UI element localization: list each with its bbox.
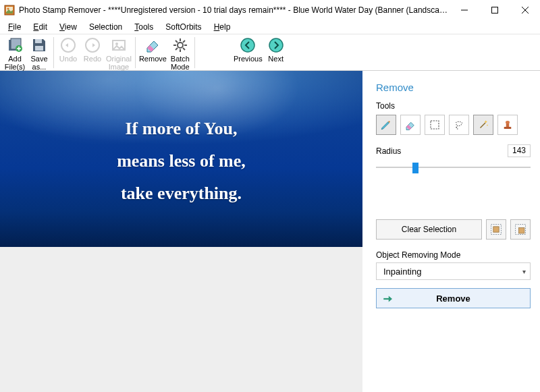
close-button[interactable] xyxy=(510,1,540,20)
eraser-icon xyxy=(144,37,161,53)
menu-tools[interactable]: Tools xyxy=(129,21,159,33)
menu-file[interactable]: File xyxy=(3,21,26,33)
svg-rect-32 xyxy=(506,123,510,127)
add-files-button[interactable]: Add File(s) xyxy=(3,36,27,71)
work-area: If more of You, means less of me, take e… xyxy=(0,71,540,392)
radius-slider[interactable] xyxy=(376,159,531,176)
save-as-button[interactable]: Save as... xyxy=(27,36,51,71)
arrow-right-icon xyxy=(382,293,394,307)
canvas-empty-area xyxy=(0,247,362,392)
svg-line-30 xyxy=(481,123,486,128)
svg-point-16 xyxy=(178,43,183,48)
toolbar-separator xyxy=(194,37,195,68)
image-canvas[interactable]: If more of You, means less of me, take e… xyxy=(0,71,362,247)
undo-button[interactable]: Undo xyxy=(56,36,80,63)
select-all-button[interactable] xyxy=(486,219,506,240)
menu-bar: File Edit View Selection Tools SoftOrbit… xyxy=(0,20,540,34)
svg-point-25 xyxy=(241,38,254,52)
tool-lasso[interactable] xyxy=(449,115,469,135)
redo-icon xyxy=(84,37,101,53)
panel-title: Remove xyxy=(376,82,531,93)
svg-line-22 xyxy=(183,48,185,50)
undo-icon xyxy=(60,37,76,53)
svg-line-23 xyxy=(176,48,178,50)
tool-palette xyxy=(376,115,531,135)
side-panel: Remove Tools Radius 143 Clear Selection xyxy=(362,71,540,392)
menu-softorbits[interactable]: SoftOrbits xyxy=(160,21,207,33)
remove-button[interactable]: Remove xyxy=(376,288,531,308)
tool-magic-wand[interactable] xyxy=(473,115,493,135)
previous-icon xyxy=(240,37,256,53)
tool-stamp[interactable] xyxy=(497,115,518,135)
app-window: Photo Stamp Remover - ****Unregistered v… xyxy=(0,0,540,392)
menu-view[interactable]: View xyxy=(54,21,82,33)
svg-point-33 xyxy=(506,121,510,124)
mode-select[interactable]: Inpainting ▾ xyxy=(376,262,531,280)
previous-button[interactable]: Previous xyxy=(232,36,264,63)
remove-button-label: Remove xyxy=(436,293,470,304)
clear-selection-button[interactable]: Clear Selection xyxy=(376,219,482,240)
maximize-button[interactable] xyxy=(479,1,510,20)
svg-line-21 xyxy=(176,40,178,43)
svg-rect-10 xyxy=(35,39,42,43)
save-icon xyxy=(31,37,47,53)
remove-toolbar-button[interactable]: Remove xyxy=(138,36,168,63)
original-image-button[interactable]: Original Image xyxy=(105,36,133,71)
svg-rect-27 xyxy=(431,121,439,129)
radius-label: Radius xyxy=(376,146,401,156)
original-image-icon xyxy=(111,37,127,53)
batch-mode-button[interactable]: Batch Mode xyxy=(168,36,192,71)
deselect-button[interactable] xyxy=(510,219,531,240)
app-icon xyxy=(4,5,15,16)
slider-thumb[interactable] xyxy=(412,163,418,173)
minimize-button[interactable] xyxy=(449,1,479,20)
menu-edit[interactable]: Edit xyxy=(28,21,53,33)
next-icon xyxy=(268,37,284,53)
mode-selected-value: Inpainting xyxy=(383,267,421,277)
svg-point-29 xyxy=(457,128,458,130)
svg-rect-11 xyxy=(35,46,43,51)
tool-pencil[interactable] xyxy=(376,115,396,135)
svg-rect-35 xyxy=(493,227,499,232)
add-files-icon xyxy=(7,37,23,53)
svg-rect-4 xyxy=(491,7,497,13)
slider-track xyxy=(376,167,531,168)
tool-eraser[interactable] xyxy=(400,115,421,135)
menu-selection[interactable]: Selection xyxy=(84,21,128,33)
redo-button[interactable]: Redo xyxy=(80,36,105,63)
mode-label: Object Removing Mode xyxy=(376,250,531,260)
canvas-column: If more of You, means less of me, take e… xyxy=(0,71,362,392)
tool-rect-select[interactable] xyxy=(425,115,445,135)
toolbar-separator xyxy=(135,37,136,68)
chevron-down-icon: ▾ xyxy=(522,268,526,275)
svg-line-24 xyxy=(183,40,185,43)
window-title: Photo Stamp Remover - ****Unregistered v… xyxy=(19,5,449,15)
svg-point-15 xyxy=(115,43,118,45)
radius-value[interactable]: 143 xyxy=(508,144,531,157)
svg-point-26 xyxy=(269,38,283,52)
svg-point-28 xyxy=(456,127,457,128)
toolbar-separator xyxy=(53,37,54,68)
menu-help[interactable]: Help xyxy=(209,21,236,33)
next-button[interactable]: Next xyxy=(264,36,288,63)
title-bar: Photo Stamp Remover - ****Unregistered v… xyxy=(0,0,540,20)
gear-icon xyxy=(172,37,188,53)
svg-rect-31 xyxy=(504,127,512,129)
tools-label: Tools xyxy=(376,101,531,111)
image-overlay-text: If more of You, means less of me, take e… xyxy=(0,113,362,210)
toolbar: Add File(s) Save as... Undo Redo Origina… xyxy=(0,34,540,71)
svg-rect-37 xyxy=(519,228,524,233)
